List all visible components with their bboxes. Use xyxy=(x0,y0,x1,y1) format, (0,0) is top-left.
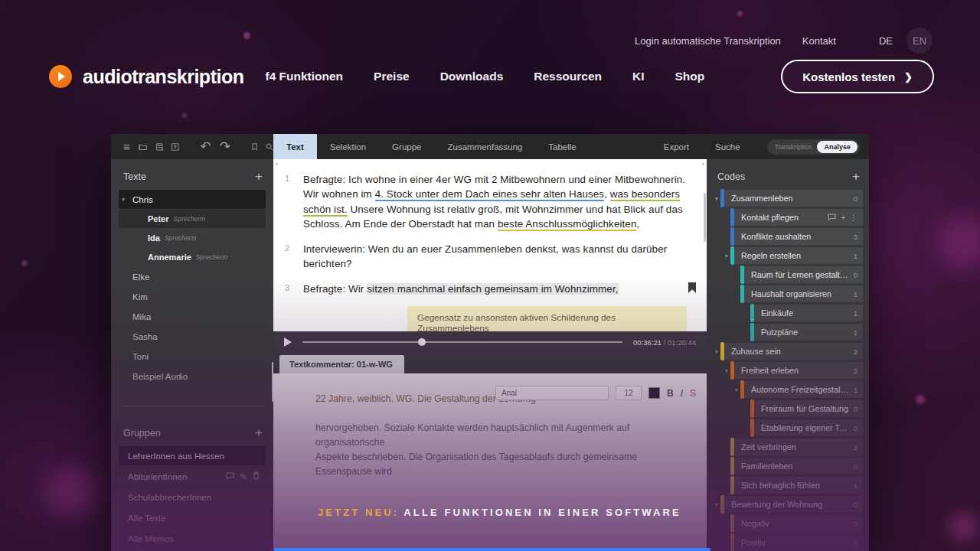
nav-link-downloads[interactable]: Downloads xyxy=(440,70,504,83)
code-item[interactable]: Negativ0 xyxy=(723,515,863,532)
toggle-transkription[interactable]: Transkription xyxy=(775,143,812,151)
lang-en-link[interactable]: EN xyxy=(906,28,933,54)
bookmark-icon[interactable] xyxy=(252,142,258,152)
text-item[interactable]: Beispiel Audio xyxy=(119,367,266,386)
menu-icon[interactable]: ≡ xyxy=(123,141,130,152)
more-options-icon[interactable]: ⋮ xyxy=(850,214,858,222)
paragraph-bookmark-icon[interactable] xyxy=(688,282,696,293)
caret-down-icon[interactable]: ▾ xyxy=(713,348,720,355)
text-item[interactable]: Toni xyxy=(119,347,266,366)
nav-link-preise[interactable]: Preise xyxy=(374,70,410,83)
text-scrollbar[interactable] xyxy=(704,193,706,242)
code-item[interactable]: ▾Regeln erstellen1 xyxy=(723,247,863,264)
comment-icon[interactable] xyxy=(226,472,234,481)
bold-button[interactable]: B xyxy=(667,388,674,399)
brand[interactable]: audiotranskription xyxy=(49,65,243,88)
strike-button[interactable]: S xyxy=(690,388,696,399)
speaker-item[interactable]: PeterSprecherIn xyxy=(119,210,266,228)
code-item[interactable]: Etablierung eigener Tagesabläufe0 xyxy=(743,419,863,436)
main-nav: audiotranskription f4 FunktionenPreiseDo… xyxy=(49,58,934,95)
comment-panel[interactable]: Arial 12 B I S 22 Jahre, weiblich, WG. D… xyxy=(273,373,707,551)
code-item[interactable]: Raum für Lernen gestalten0 xyxy=(733,266,863,283)
font-size-select[interactable]: 12 xyxy=(616,386,642,400)
tab-gruppe[interactable]: Gruppe xyxy=(379,134,434,159)
code-item[interactable]: ▾Autonome Freizeitgestaltung1 xyxy=(733,381,863,398)
tab-selektion[interactable]: Selektion xyxy=(317,134,379,159)
text-item[interactable]: Elke xyxy=(119,267,266,286)
trash-icon[interactable] xyxy=(253,471,260,481)
textkommentar-tab[interactable]: Textkommentar: 01-w-WG xyxy=(279,355,404,373)
code-item[interactable]: Haushalt organisieren1 xyxy=(733,285,863,302)
group-item[interactable]: Alle Texte xyxy=(119,508,266,527)
group-item[interactable]: Alle Memos xyxy=(119,529,266,548)
caret-down-icon[interactable]: ▾ xyxy=(723,367,730,374)
text-item[interactable]: Mika xyxy=(119,307,266,326)
add-text-button[interactable]: + xyxy=(255,171,263,182)
font-select[interactable]: Arial xyxy=(495,386,609,400)
code-item[interactable]: ▾Bewertung der Wohnung0 xyxy=(713,496,863,513)
italic-button[interactable]: I xyxy=(681,388,683,399)
redo-icon[interactable]: ↷ xyxy=(220,140,230,153)
comment-icon[interactable] xyxy=(828,214,836,222)
code-item[interactable]: Freiraum für Gestaltung0 xyxy=(743,400,863,417)
speaker-item[interactable]: AnnemarieSprecherIn xyxy=(119,248,266,266)
code-item[interactable]: ▾Zuhause sein2 xyxy=(713,343,863,360)
text-item[interactable]: ▾Chris xyxy=(119,190,266,209)
lang-de-link[interactable]: DE xyxy=(879,35,893,47)
open-folder-icon[interactable] xyxy=(139,142,148,152)
kontakt-link[interactable]: Kontakt xyxy=(802,35,836,47)
code-item[interactable]: Putzpläne1 xyxy=(743,324,863,341)
scroll-left-icon[interactable]: ‹ xyxy=(276,160,278,168)
pencil-icon[interactable]: ✎ xyxy=(240,471,247,482)
transcript-paragraph: 1Befragte: Ich wohne in einer 4er WG mit… xyxy=(285,172,687,232)
nav-link-shop[interactable]: Shop xyxy=(675,70,705,83)
caret-down-icon[interactable]: ▾ xyxy=(713,501,720,508)
code-item-label: Zeit verbringen xyxy=(741,442,796,452)
code-item[interactable]: Positiv0 xyxy=(723,534,863,551)
speaker-item[interactable]: IdaSprecherIn xyxy=(119,229,266,247)
color-swatch[interactable] xyxy=(648,387,660,399)
group-item[interactable]: SchulabbrecherInnen xyxy=(119,487,266,507)
code-item[interactable]: ▾Zusammenleben0 xyxy=(713,190,863,207)
transcript-document[interactable]: 1Befragte: Ich wohne in einer 4er WG mit… xyxy=(273,159,707,331)
save-icon[interactable] xyxy=(156,142,164,152)
nav-link-ressourcen[interactable]: Ressourcen xyxy=(534,70,602,83)
text-item[interactable]: Kim xyxy=(119,287,266,306)
search-icon[interactable] xyxy=(266,142,273,152)
code-item[interactable]: Konflikte aushalten3 xyxy=(723,228,863,245)
toggle-analyse[interactable]: Analyse xyxy=(817,141,858,153)
tab-tabelle[interactable]: Tabelle xyxy=(535,134,589,159)
caret-down-icon[interactable]: ▾ xyxy=(122,196,125,203)
nav-link-ki[interactable]: KI xyxy=(632,70,645,83)
undo-icon[interactable]: ↶ xyxy=(201,140,211,153)
text-item[interactable]: Sasha xyxy=(119,327,266,346)
add-group-button[interactable]: + xyxy=(255,428,263,439)
login-link[interactable]: Login automatische Transkription xyxy=(635,35,781,47)
scroll-right-icon[interactable]: › xyxy=(702,160,704,168)
nav-link-f4-funktionen[interactable]: f4 Funktionen xyxy=(265,70,343,83)
tab-suche[interactable]: Suche xyxy=(702,134,753,159)
caret-down-icon[interactable]: ▾ xyxy=(733,386,740,393)
cta-button[interactable]: Kostenlos testen ❯ xyxy=(781,60,934,93)
group-item[interactable]: AbiturientInnen✎ xyxy=(119,467,266,486)
tab-export[interactable]: Export xyxy=(651,134,702,159)
caret-down-icon[interactable]: ▾ xyxy=(723,253,730,259)
code-item[interactable]: Einkäufe1 xyxy=(743,305,863,321)
group-item[interactable]: LehrerInnen aus Hessen xyxy=(119,446,266,465)
add-code-button[interactable]: + xyxy=(852,171,860,182)
memo-note[interactable]: Gegensatz zu ansonsten aktiven Schilderu… xyxy=(407,306,687,331)
code-item[interactable]: Sich behaglich fühlen1 xyxy=(723,477,863,494)
code-item[interactable]: Zeit verbringen2 xyxy=(723,439,863,455)
code-item[interactable]: Kontakt pflegen+⋮ xyxy=(723,209,863,226)
export-icon[interactable] xyxy=(172,142,179,152)
add-subcode-icon[interactable]: + xyxy=(841,214,845,222)
code-item[interactable]: Familienleben0 xyxy=(723,458,863,474)
player-handle[interactable] xyxy=(418,338,426,346)
caret-down-icon[interactable]: ▾ xyxy=(713,195,720,202)
tab-zusammenfassung[interactable]: Zusammenfassung xyxy=(434,134,535,159)
player-track[interactable] xyxy=(302,341,622,343)
tab-text[interactable]: Text xyxy=(273,134,317,159)
video-progress-bar[interactable] xyxy=(274,548,710,551)
play-icon[interactable] xyxy=(284,337,292,347)
code-item[interactable]: ▾Freiheit erleben3 xyxy=(723,362,863,379)
